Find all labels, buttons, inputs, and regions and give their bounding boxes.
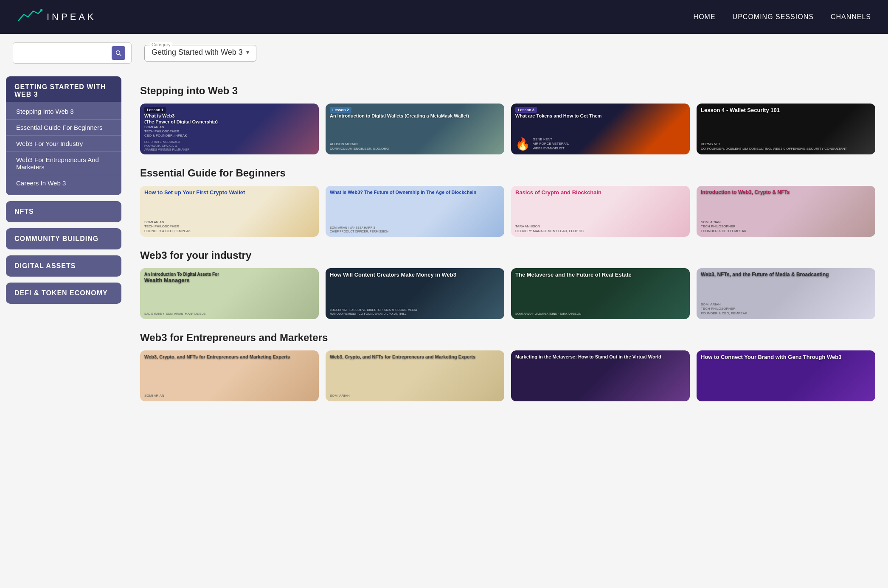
chevron-down-icon: ▾ [246, 49, 249, 56]
card-title: Web3, Crypto, and NFTs for Entrepreneurs… [144, 354, 315, 360]
nav-channels[interactable]: CHANNELS [831, 13, 871, 21]
card-web3-4[interactable]: Lesson 4 - Wallet Security 101 VERMS NFT… [697, 104, 875, 154]
card-ent-1[interactable]: Web3, Crypto, and NFTs for Entrepreneurs… [140, 350, 319, 401]
cards-row-industry: An Introduction To Digital Assets For We… [140, 268, 875, 319]
card-ind-4[interactable]: Web3, NFTs, and the Future of Media & Br… [697, 268, 875, 319]
section-industry: Web3 for your industry An Introduction T… [140, 249, 875, 319]
card-title: Introduction to Web3, Crypto & NFTs [701, 189, 871, 196]
category-label: Category [150, 42, 172, 47]
lesson-badge: Lesson 2 [330, 107, 351, 113]
card-title: Lesson 4 - Wallet Security 101 [701, 107, 871, 114]
content-area: Stepping into Web 3 Lesson 1 What is Web… [127, 72, 888, 588]
card-web3-1[interactable]: Lesson 1 What is Web3(The Power of Digit… [140, 104, 319, 154]
section-essential: Essential Guide for Beginners How to Set… [140, 167, 875, 237]
card-ent-4[interactable]: How to Connect Your Brand with Genz Thro… [697, 350, 875, 401]
card-title: How to Set up Your First Crypto Wallet [144, 189, 315, 196]
card-title: The Metaverse and the Future of Real Est… [515, 272, 686, 279]
card-author: SOMI ARIANTECH PHILOSOPHERCEO & FOUNDER,… [144, 125, 315, 138]
card-title: What is Web3(The Power of Digital Owners… [144, 113, 315, 125]
card-author: SOMI ARIANTECH PHILOSOPHERFOUNDER & CEO,… [701, 302, 871, 316]
sidebar-section-title-community[interactable]: COMMUNITY BUILDING [6, 228, 121, 249]
main-nav: HOME UPCOMING SESSIONS CHANNELS [694, 13, 871, 21]
card-ind-2[interactable]: How Will Content Creators Make Money in … [326, 268, 504, 319]
logo-text: INPEAK [47, 11, 96, 22]
card-title: An Introduction To Digital Assets For [144, 272, 315, 277]
card-coauthor: DEBORAH J. MCDONALDPOLYMATH, CPA, CA, &A… [144, 140, 315, 151]
card-author: SOMI ARIANTECH PHILOSOPHERFOUNDER & CEO … [701, 220, 871, 233]
card-title: Marketing in the Metaverse: How to Stand… [515, 354, 686, 360]
card-author: TARA ANNISONDELIVERY MANAGEMENT LEAD, EL… [515, 224, 686, 233]
logo[interactable]: INPEAK [17, 8, 96, 26]
sidebar-items-getting-started: Stepping Into Web 3 Essential Guide For … [6, 102, 121, 195]
card-author: VERMS NFTCO-FOUNDER, 0XSILENTIUM CONSULT… [701, 142, 871, 151]
sidebar-section-title-digital-assets[interactable]: DIGITAL ASSETS [6, 255, 121, 277]
svg-line-2 [120, 54, 121, 56]
card-title: An Introduction to Digital Wallets (Crea… [330, 113, 500, 119]
cards-row-entrepreneurs: Web3, Crypto, and NFTs for Entrepreneurs… [140, 350, 875, 401]
search-button[interactable] [112, 46, 125, 60]
lesson-badge: Lesson 1 [144, 107, 166, 113]
cards-row-stepping: Lesson 1 What is Web3(The Power of Digit… [140, 104, 875, 154]
card-eg-1[interactable]: How to Set up Your First Crypto Wallet S… [140, 186, 319, 237]
search-input[interactable] [19, 50, 112, 57]
category-value[interactable]: Getting Started with Web 3 ▾ [152, 48, 249, 57]
top-bar: Category Getting Started with Web 3 ▾ [0, 34, 888, 72]
card-title: What are Tokens and How to Get Them [515, 113, 686, 119]
card-author: SOMI ARIAN · JAZMIN ATKINS · TARA ANNISO… [515, 312, 686, 316]
card-ind-3[interactable]: The Metaverse and the Future of Real Est… [511, 268, 690, 319]
card-title: Web3, Crypto, and NFTs for Entrepreneurs… [330, 354, 500, 360]
sidebar-section-community: COMMUNITY BUILDING [6, 228, 121, 249]
card-ent-2[interactable]: Web3, Crypto, and NFTs for Entrepreneurs… [326, 350, 504, 401]
sidebar-section-title-nfts[interactable]: NFTS [6, 201, 121, 222]
sidebar-section-digital-assets: DIGITAL ASSETS [6, 255, 121, 277]
nav-upcoming[interactable]: UPCOMING SESSIONS [733, 13, 814, 21]
sidebar-item-careers[interactable]: Careers In Web 3 [6, 175, 121, 191]
sidebar-item-essential[interactable]: Essential Guide For Beginners [6, 120, 121, 136]
card-author: ALLISON MORANCURRICULUM ENGINEER, EDX.OR… [330, 142, 500, 151]
card-eg-3[interactable]: Basics of Crypto and Blockchain TARA ANN… [511, 186, 690, 237]
main-layout: GETTING STARTED WITH WEB 3 Stepping Into… [0, 72, 888, 588]
card-author: SADIE RANEY SOMI ARIAN MAARTJE BUS [144, 312, 315, 316]
card-author: SOMI ARIAN [144, 394, 315, 398]
sidebar-section-title-defi[interactable]: DEFI & TOKEN ECONOMY [6, 283, 121, 304]
cards-row-essential: How to Set up Your First Crypto Wallet S… [140, 186, 875, 237]
lesson-badge: Lesson 3 [515, 107, 537, 113]
card-author: LOLA ORTIZ · EXECUTIVE DIRECTOR, SMART C… [330, 308, 500, 316]
sidebar-item-entrepreneurs[interactable]: Web3 For Entrepreneurs And Marketers [6, 152, 121, 175]
sidebar-section-defi: DEFI & TOKEN ECONOMY [6, 283, 121, 304]
card-subtitle-text: Wealth Managers [144, 277, 315, 284]
nav-home[interactable]: HOME [694, 13, 716, 21]
card-author: GENE KENTAIR FORCE VETERAN,WEB3 EVANGELI… [533, 137, 569, 151]
sidebar-item-stepping[interactable]: Stepping Into Web 3 [6, 104, 121, 120]
card-author: SOMI ARIAN [330, 394, 500, 398]
card-eg-4[interactable]: Introduction to Web3, Crypto & NFTs SOMI… [697, 186, 875, 237]
section-stepping: Stepping into Web 3 Lesson 1 What is Web… [140, 85, 875, 154]
card-web3-3[interactable]: Lesson 3 What are Tokens and How to Get … [511, 104, 690, 154]
card-ind-1[interactable]: An Introduction To Digital Assets For We… [140, 268, 319, 319]
card-title: Web3, NFTs, and the Future of Media & Br… [701, 272, 871, 278]
sidebar-section-nfts: NFTS [6, 201, 121, 222]
card-eg-2[interactable]: What is Web3? The Future of Ownership in… [326, 186, 504, 237]
card-title: How Will Content Creators Make Money in … [330, 272, 500, 279]
card-web3-2[interactable]: Lesson 2 An Introduction to Digital Wall… [326, 104, 504, 154]
category-select[interactable]: Category Getting Started with Web 3 ▾ [144, 45, 256, 62]
header: INPEAK HOME UPCOMING SESSIONS CHANNELS [0, 0, 888, 34]
section-title-industry: Web3 for your industry [140, 249, 875, 261]
section-title-entrepreneurs: Web3 for Entrepreneurs and Marketers [140, 332, 875, 344]
sidebar: GETTING STARTED WITH WEB 3 Stepping Into… [0, 72, 127, 588]
sidebar-section-title-getting-started[interactable]: GETTING STARTED WITH WEB 3 [6, 76, 121, 102]
section-entrepreneurs: Web3 for Entrepreneurs and Marketers Web… [140, 332, 875, 401]
sidebar-section-getting-started: GETTING STARTED WITH WEB 3 Stepping Into… [6, 76, 121, 195]
section-title-stepping: Stepping into Web 3 [140, 85, 875, 97]
card-title: What is Web3? The Future of Ownership in… [330, 189, 500, 195]
logo-icon [17, 8, 42, 26]
card-title: How to Connect Your Brand with Genz Thro… [701, 354, 871, 361]
card-author: SOMI ARIAN / VANESSA HARRISCHIEF PRODUCT… [330, 226, 500, 233]
card-ent-3[interactable]: Marketing in the Metaverse: How to Stand… [511, 350, 690, 401]
card-title: Basics of Crypto and Blockchain [515, 189, 686, 196]
section-title-essential: Essential Guide for Beginners [140, 167, 875, 179]
card-author: SOMI ARIANTECH PHILOSOPHERFOUNDER & CEO,… [144, 220, 315, 233]
sidebar-item-industry[interactable]: Web3 For Your Industry [6, 136, 121, 152]
search-box [13, 42, 132, 64]
